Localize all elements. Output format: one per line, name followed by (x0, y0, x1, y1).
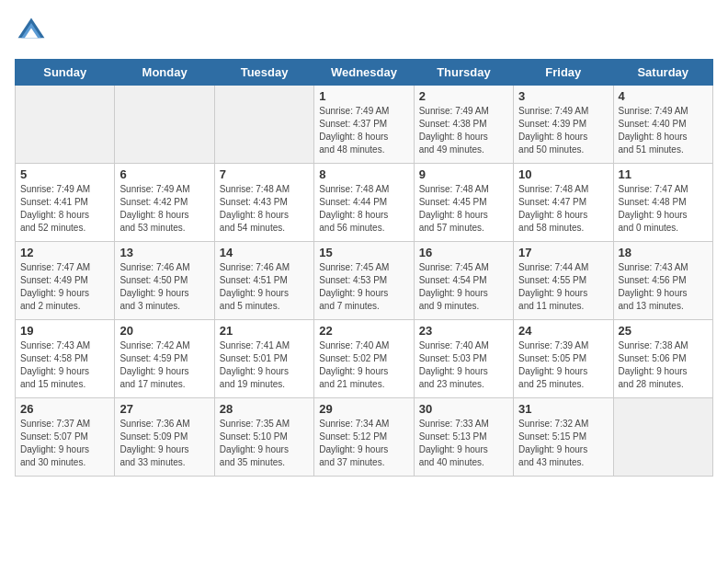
day-number: 12 (20, 246, 109, 259)
calendar-cell: 14Sunrise: 7:46 AM Sunset: 4:51 PM Dayli… (214, 242, 313, 320)
calendar-cell (115, 86, 214, 164)
logo-icon (15, 15, 48, 48)
calendar-cell: 1Sunrise: 7:49 AM Sunset: 4:37 PM Daylig… (314, 86, 414, 164)
day-info: Sunrise: 7:49 AM Sunset: 4:39 PM Dayligh… (518, 105, 608, 156)
day-info: Sunrise: 7:37 AM Sunset: 5:07 PM Dayligh… (20, 418, 109, 469)
calendar-cell: 2Sunrise: 7:49 AM Sunset: 4:38 PM Daylig… (414, 86, 513, 164)
header-day: Saturday (613, 60, 712, 86)
day-number: 15 (319, 246, 408, 259)
day-number: 9 (419, 167, 508, 181)
calendar-cell: 5Sunrise: 7:49 AM Sunset: 4:41 PM Daylig… (16, 164, 115, 242)
day-number: 2 (419, 89, 508, 103)
calendar-cell: 20Sunrise: 7:42 AM Sunset: 4:59 PM Dayli… (115, 320, 214, 398)
day-number: 18 (619, 246, 708, 259)
calendar-cell: 26Sunrise: 7:37 AM Sunset: 5:07 PM Dayli… (16, 398, 115, 477)
day-info: Sunrise: 7:45 AM Sunset: 4:54 PM Dayligh… (419, 261, 508, 313)
day-number: 27 (119, 402, 209, 416)
calendar-cell: 8Sunrise: 7:48 AM Sunset: 4:44 PM Daylig… (314, 164, 414, 242)
header-day: Monday (115, 60, 214, 86)
calendar-header: SundayMondayTuesdayWednesdayThursdayFrid… (16, 60, 713, 86)
day-number: 24 (518, 324, 608, 338)
day-number: 1 (319, 89, 408, 103)
day-number: 10 (518, 167, 608, 181)
calendar-week-row: 5Sunrise: 7:49 AM Sunset: 4:41 PM Daylig… (16, 164, 713, 242)
calendar-cell: 27Sunrise: 7:36 AM Sunset: 5:09 PM Dayli… (115, 398, 214, 477)
day-info: Sunrise: 7:48 AM Sunset: 4:43 PM Dayligh… (220, 183, 309, 235)
day-number: 7 (220, 167, 309, 181)
day-info: Sunrise: 7:49 AM Sunset: 4:41 PM Dayligh… (20, 183, 109, 235)
day-info: Sunrise: 7:40 AM Sunset: 5:02 PM Dayligh… (319, 339, 408, 391)
calendar-cell: 9Sunrise: 7:48 AM Sunset: 4:45 PM Daylig… (414, 164, 513, 242)
day-info: Sunrise: 7:36 AM Sunset: 5:09 PM Dayligh… (119, 418, 209, 469)
day-info: Sunrise: 7:38 AM Sunset: 5:06 PM Dayligh… (619, 339, 708, 391)
calendar-cell: 12Sunrise: 7:47 AM Sunset: 4:49 PM Dayli… (16, 242, 115, 320)
calendar-cell: 21Sunrise: 7:41 AM Sunset: 5:01 PM Dayli… (214, 320, 313, 398)
day-info: Sunrise: 7:34 AM Sunset: 5:12 PM Dayligh… (319, 418, 408, 469)
day-number: 31 (518, 402, 608, 416)
day-info: Sunrise: 7:46 AM Sunset: 4:50 PM Dayligh… (119, 261, 209, 313)
day-number: 28 (220, 402, 309, 416)
calendar-cell: 24Sunrise: 7:39 AM Sunset: 5:05 PM Dayli… (514, 320, 613, 398)
calendar-cell: 16Sunrise: 7:45 AM Sunset: 4:54 PM Dayli… (414, 242, 513, 320)
day-number: 21 (220, 324, 309, 338)
calendar-week-row: 26Sunrise: 7:37 AM Sunset: 5:07 PM Dayli… (16, 398, 713, 477)
header-day: Sunday (16, 60, 115, 86)
calendar-cell: 15Sunrise: 7:45 AM Sunset: 4:53 PM Dayli… (314, 242, 414, 320)
day-number: 23 (419, 324, 508, 338)
day-info: Sunrise: 7:49 AM Sunset: 4:40 PM Dayligh… (619, 105, 708, 156)
calendar-cell: 4Sunrise: 7:49 AM Sunset: 4:40 PM Daylig… (613, 86, 712, 164)
day-info: Sunrise: 7:39 AM Sunset: 5:05 PM Dayligh… (518, 339, 608, 391)
day-number: 30 (419, 402, 508, 416)
calendar-cell (16, 86, 115, 164)
day-number: 22 (319, 324, 408, 338)
day-number: 6 (119, 167, 209, 181)
day-info: Sunrise: 7:43 AM Sunset: 4:56 PM Dayligh… (619, 261, 708, 313)
header-day: Friday (514, 60, 613, 86)
calendar-week-row: 1Sunrise: 7:49 AM Sunset: 4:37 PM Daylig… (16, 86, 713, 164)
day-info: Sunrise: 7:43 AM Sunset: 4:58 PM Dayligh… (20, 339, 109, 391)
calendar-cell: 11Sunrise: 7:47 AM Sunset: 4:48 PM Dayli… (613, 164, 712, 242)
day-number: 3 (518, 89, 608, 103)
calendar-week-row: 12Sunrise: 7:47 AM Sunset: 4:49 PM Dayli… (16, 242, 713, 320)
header-day: Wednesday (314, 60, 414, 86)
calendar-cell: 3Sunrise: 7:49 AM Sunset: 4:39 PM Daylig… (514, 86, 613, 164)
day-number: 4 (619, 89, 708, 103)
day-info: Sunrise: 7:35 AM Sunset: 5:10 PM Dayligh… (220, 418, 309, 469)
header-day: Tuesday (214, 60, 313, 86)
day-info: Sunrise: 7:47 AM Sunset: 4:48 PM Dayligh… (619, 183, 708, 235)
calendar-cell: 19Sunrise: 7:43 AM Sunset: 4:58 PM Dayli… (16, 320, 115, 398)
day-number: 11 (619, 167, 708, 181)
day-info: Sunrise: 7:48 AM Sunset: 4:47 PM Dayligh… (518, 183, 608, 235)
day-number: 17 (518, 246, 608, 259)
day-info: Sunrise: 7:48 AM Sunset: 4:45 PM Dayligh… (419, 183, 508, 235)
day-number: 29 (319, 402, 408, 416)
day-number: 16 (419, 246, 508, 259)
day-info: Sunrise: 7:41 AM Sunset: 5:01 PM Dayligh… (220, 339, 309, 391)
calendar-cell: 7Sunrise: 7:48 AM Sunset: 4:43 PM Daylig… (214, 164, 313, 242)
day-info: Sunrise: 7:45 AM Sunset: 4:53 PM Dayligh… (319, 261, 408, 313)
calendar-cell: 6Sunrise: 7:49 AM Sunset: 4:42 PM Daylig… (115, 164, 214, 242)
calendar-cell: 25Sunrise: 7:38 AM Sunset: 5:06 PM Dayli… (613, 320, 712, 398)
calendar-cell: 17Sunrise: 7:44 AM Sunset: 4:55 PM Dayli… (514, 242, 613, 320)
day-info: Sunrise: 7:49 AM Sunset: 4:38 PM Dayligh… (419, 105, 508, 156)
day-number: 13 (119, 246, 209, 259)
calendar-cell: 10Sunrise: 7:48 AM Sunset: 4:47 PM Dayli… (514, 164, 613, 242)
calendar-cell: 18Sunrise: 7:43 AM Sunset: 4:56 PM Dayli… (613, 242, 712, 320)
calendar-cell: 23Sunrise: 7:40 AM Sunset: 5:03 PM Dayli… (414, 320, 513, 398)
calendar-cell: 29Sunrise: 7:34 AM Sunset: 5:12 PM Dayli… (314, 398, 414, 477)
logo (15, 15, 51, 48)
day-info: Sunrise: 7:49 AM Sunset: 4:42 PM Dayligh… (119, 183, 209, 235)
calendar-cell: 22Sunrise: 7:40 AM Sunset: 5:02 PM Dayli… (314, 320, 414, 398)
day-info: Sunrise: 7:40 AM Sunset: 5:03 PM Dayligh… (419, 339, 508, 391)
header-row: SundayMondayTuesdayWednesdayThursdayFrid… (16, 60, 713, 86)
calendar-cell: 13Sunrise: 7:46 AM Sunset: 4:50 PM Dayli… (115, 242, 214, 320)
day-number: 25 (619, 324, 708, 338)
day-info: Sunrise: 7:32 AM Sunset: 5:15 PM Dayligh… (518, 418, 608, 469)
calendar-week-row: 19Sunrise: 7:43 AM Sunset: 4:58 PM Dayli… (16, 320, 713, 398)
calendar-cell: 28Sunrise: 7:35 AM Sunset: 5:10 PM Dayli… (214, 398, 313, 477)
header-day: Thursday (414, 60, 513, 86)
calendar-cell (613, 398, 712, 477)
day-number: 5 (20, 167, 109, 181)
calendar-cell (214, 86, 313, 164)
day-number: 26 (20, 402, 109, 416)
